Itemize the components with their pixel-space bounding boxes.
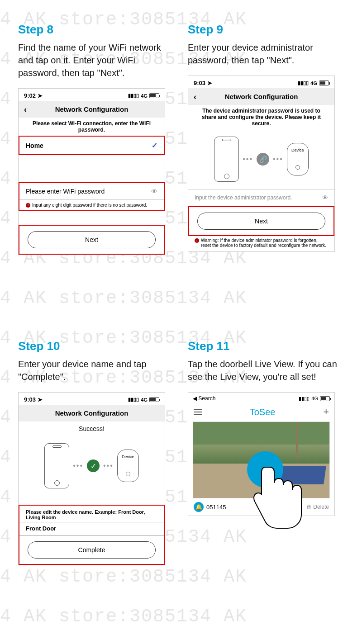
dots-icon: ••• (243, 155, 253, 163)
battery-icon (149, 93, 159, 98)
next-button[interactable]: Next (28, 231, 156, 248)
signal-icon: ▮▮▯▯ (128, 397, 139, 402)
step-title: Step 9 (188, 23, 344, 37)
battery-icon (320, 396, 330, 401)
next-button[interactable]: Next (197, 213, 325, 230)
battery-icon (319, 80, 329, 85)
network-label: 4G (311, 396, 318, 401)
admin-password-field[interactable]: Input the device administrator password.… (188, 189, 334, 206)
back-icon[interactable]: ‹ (24, 104, 27, 114)
step-desc: Enter your device administrator password… (188, 41, 344, 66)
network-label: 4G (310, 80, 317, 86)
step-title: Step 11 (188, 339, 344, 353)
signal-icon: ▮▮▯▯ (128, 93, 139, 99)
location-icon: ➤ (38, 92, 43, 99)
phone-icon (44, 443, 69, 488)
app-title: ToSee (250, 407, 276, 417)
nav-bar: ‹ Network Configuration (19, 101, 165, 118)
phone-screenshot: ◀ Search ▮▮▯▯ 4G ToSee + 🔔 051145 🗑 Dele… (188, 392, 335, 516)
highlight-box: Home ✓ (19, 136, 165, 155)
step-title: Step 8 (18, 23, 174, 37)
wifi-item[interactable]: Home ✓ (19, 137, 164, 154)
link-icon: 🔗 (257, 153, 269, 166)
step-10: Step 10 Enter your device name and tap "… (18, 339, 174, 644)
status-bar: 9:02 ➤ ▮▮▯▯ 4G (19, 89, 165, 101)
phone-screenshot: 9:02 ➤ ▮▮▯▯ 4G ‹ Network Configuration P… (18, 88, 165, 255)
eye-icon[interactable]: 👁 (322, 194, 328, 201)
step-desc: Enter your device name and tap "Complete… (18, 358, 174, 383)
wifi-name: Home (26, 142, 43, 149)
check-icon: ✓ (152, 141, 157, 150)
network-label: 4G (141, 93, 148, 99)
warning-icon: ! (195, 238, 199, 243)
hint-text: ! Input any eight digit password if ther… (19, 200, 164, 210)
bell-icon[interactable]: 🔔 (194, 502, 204, 512)
edit-label: Please edit the device name. Example: Fr… (19, 506, 164, 522)
success-text: Success! (19, 421, 165, 436)
dots-icon: ••• (103, 462, 114, 470)
password-field[interactable]: Please enter WiFi password 👁 (19, 183, 164, 200)
highlight-box: Please edit the device name. Example: Fr… (19, 505, 165, 565)
check-circle-icon: ✓ (87, 459, 100, 472)
network-label: 4G (141, 397, 148, 402)
location-icon: ➤ (38, 396, 43, 403)
pairing-diagram: ••• 🔗 ••• Device (188, 129, 334, 189)
time: 9:03 (24, 396, 36, 403)
hand-pointer-icon (252, 463, 315, 535)
instruction-text: Please select Wi-Fi connection, enter th… (19, 118, 165, 136)
phone-screenshot: 9:03 ➤ ▮▮▯▯ 4G Network Configuration Suc… (18, 392, 165, 565)
add-icon[interactable]: + (323, 406, 329, 418)
app-header: ToSee + (188, 404, 334, 421)
device-icon: Device (117, 450, 139, 482)
instruction-text: The device administrator password is use… (188, 105, 334, 129)
status-bar: ◀ Search ▮▮▯▯ 4G (188, 393, 334, 404)
password-placeholder: Input the device administrator password. (195, 194, 292, 201)
complete-button[interactable]: Complete (28, 541, 156, 559)
time: 9:03 (194, 80, 205, 86)
dots-icon: ••• (273, 155, 283, 163)
back-search[interactable]: ◀ Search (193, 395, 215, 402)
dots-icon: ••• (73, 462, 83, 470)
highlight-box: Please enter WiFi password 👁 ! Input any… (19, 182, 165, 211)
signal-icon: ▮▮▯▯ (299, 396, 310, 402)
device-name-field[interactable]: Front Door (19, 522, 164, 536)
step-desc: Find the name of your WiFi network and t… (18, 41, 174, 79)
step-9: Step 9 Enter your device administrator p… (188, 23, 344, 335)
device-icon: Device (287, 143, 309, 175)
menu-icon[interactable] (194, 409, 202, 415)
nav-title: Network Configuration (225, 93, 298, 100)
info-icon: ! (26, 203, 30, 208)
step-11: Step 11 Tap the doorbell Live View. If y… (188, 339, 344, 644)
nav-bar: Network Configuration (19, 405, 165, 421)
nav-title: Network Configuration (55, 105, 129, 113)
status-bar: 9:03 ➤ ▮▮▯▯ 4G (19, 393, 165, 405)
password-placeholder: Please enter WiFi password (26, 188, 105, 195)
nav-bar: ‹ Network Configuration (188, 88, 334, 105)
signal-icon: ▮▮▯▯ (298, 80, 309, 86)
step-title: Step 10 (18, 339, 174, 353)
phone-screenshot: 9:03 ➤ ▮▮▯▯ 4G ‹ Network Configuration T… (188, 76, 335, 252)
status-bar: 9:03 ➤ ▮▮▯▯ 4G (188, 76, 334, 88)
warning-text: ! Warning: If the device administrator p… (188, 236, 334, 251)
device-id: 051145 (206, 504, 226, 511)
back-icon[interactable]: ‹ (194, 92, 196, 101)
location-icon: ➤ (207, 80, 212, 86)
pairing-diagram: ••• ✓ ••• Device (19, 436, 165, 496)
eye-icon[interactable]: 👁 (151, 188, 157, 195)
battery-icon (149, 397, 159, 402)
nav-title: Network Configuration (55, 409, 129, 417)
phone-icon (214, 137, 239, 182)
step-desc: Tap the doorbell Live View. If you can s… (188, 358, 344, 383)
highlight-box: Next (19, 225, 165, 255)
step-8: Step 8 Find the name of your WiFi networ… (18, 23, 174, 335)
time: 9:02 (24, 92, 36, 99)
highlight-box: Next (188, 206, 334, 236)
